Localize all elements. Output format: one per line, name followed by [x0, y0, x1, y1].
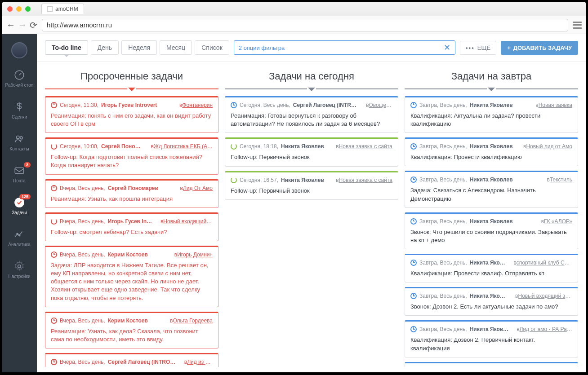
tab-list[interactable]: Список — [195, 40, 229, 55]
task-link[interactable]: в Лид От Амо — [180, 185, 213, 191]
more-button[interactable]: ••• ЕЩЁ — [460, 41, 496, 55]
task-link[interactable]: в Овощебаза — [366, 102, 392, 108]
sidebar-item-mail[interactable]: Почта 3 — [2, 162, 37, 186]
browser-toolbar: ← → ⟳ http://www.amocrm.ru — [2, 16, 586, 34]
task-assignee: Никита Яковлев — [281, 143, 324, 150]
task-time: Завтра, Весь день, — [419, 326, 467, 332]
task-card[interactable]: Завтра, Весь день,Никита Яковлевв Лид от… — [405, 362, 578, 367]
tab-month[interactable]: Месяц — [160, 40, 192, 55]
spinner-icon — [231, 177, 237, 183]
chart-icon — [13, 229, 25, 240]
task-card[interactable]: Вчера, Весь день,Сергей Лаговец (INTROVE… — [45, 353, 218, 367]
sidebar-item-deals[interactable]: Сделки — [2, 98, 37, 122]
task-link[interactable]: в Новый лид от Амо — [523, 143, 572, 150]
task-card[interactable]: Завтра, Весь день,Никита Яковлевв Новая … — [405, 96, 578, 133]
clear-filter-icon[interactable]: ✕ — [444, 43, 450, 53]
task-card[interactable]: Сегодня, 16:57,Никита Яковлевв Новая зая… — [225, 171, 398, 200]
task-link[interactable]: в Новая заявка — [535, 102, 572, 108]
column-overdue: Просроченные задачи Сегодня, 11:30,Игорь… — [45, 67, 218, 367]
sidebar: Рабочий стол Сделки Контакты Почта 3 Зад… — [2, 34, 37, 372]
card-list: Завтра, Весь день,Никита Яковлевв Новая … — [405, 96, 578, 367]
menu-icon[interactable] — [573, 22, 582, 29]
task-time: Сегодня, 11:30, — [60, 102, 98, 108]
sidebar-item-tasks[interactable]: Задачи 125 — [2, 194, 37, 218]
add-task-button[interactable]: + ДОБАВИТЬ ЗАДАЧУ — [501, 41, 578, 55]
sidebar-label: Почта — [13, 178, 26, 183]
task-card[interactable]: Завтра, Весь день,Никита Яковлевв Новый … — [405, 287, 578, 316]
tab-week[interactable]: Неделя — [121, 40, 157, 55]
task-card[interactable]: Завтра, Весь день,Никита Яковлевв ГК «АЛ… — [405, 212, 578, 249]
clock-icon — [410, 102, 417, 108]
task-link[interactable]: в Новый входящий звонок — [160, 218, 213, 225]
task-card[interactable]: Завтра, Весь день,Никита Яковлевв спорти… — [405, 254, 578, 282]
task-link[interactable]: в Игорь Домнин — [174, 251, 213, 258]
maximize-window[interactable] — [25, 6, 31, 12]
task-link[interactable]: в Новый входящий звонок — [515, 293, 572, 299]
mail-badge: 3 — [24, 162, 31, 168]
clock-icon — [51, 359, 57, 365]
task-time: Завтра, Весь день, — [419, 102, 467, 108]
task-link[interactable]: в Жд Логистика ЕКБ (Андрей) — [151, 143, 213, 150]
svg-point-4 — [15, 198, 24, 207]
svg-point-5 — [17, 233, 18, 234]
task-card[interactable]: Завтра, Весь день,Никита Яковлевв Лид от… — [405, 320, 578, 357]
filter-input-wrap[interactable]: ✕ — [234, 40, 455, 55]
task-link[interactable]: в Ольга Гордеева — [170, 318, 213, 324]
back-icon[interactable]: ← — [6, 20, 15, 31]
sidebar-item-contacts[interactable]: Контакты — [2, 130, 37, 154]
task-time: Завтра, Весь день, — [419, 176, 467, 183]
task-card[interactable]: Вчера, Весь день,Керим Костоевв Ольга Го… — [45, 312, 218, 349]
task-link[interactable]: в Фонтанерия — [179, 102, 213, 108]
tab-todo-line[interactable]: To-do line — [45, 40, 88, 55]
svg-point-7 — [18, 265, 21, 268]
task-link[interactable]: в спортивный клуб CLUB 18 — [513, 260, 572, 266]
task-link[interactable]: в Лид от амо - РА Радуш — [517, 326, 572, 332]
sidebar-item-dashboard[interactable]: Рабочий стол — [2, 66, 37, 90]
task-body: Follow-up: Первичный звонок — [231, 153, 392, 161]
clock-icon — [51, 251, 57, 258]
view-tabs: To-do line День Неделя Месяц Список — [45, 40, 229, 55]
url-bar[interactable]: http://www.amocrm.ru — [42, 19, 568, 31]
task-card[interactable]: Сегодня, Весь день,Сергей Лаговец (INTRO… — [225, 96, 398, 133]
dollar-icon — [13, 101, 25, 113]
task-card[interactable]: Сегодня, 10:00,Сергей Пономаревв Жд Логи… — [45, 137, 218, 174]
reload-icon[interactable]: ⟳ — [30, 20, 37, 31]
task-link[interactable]: в Новая заявка с сайта — [336, 143, 392, 150]
close-window[interactable] — [7, 6, 13, 12]
task-link[interactable]: в Текстиль — [547, 176, 572, 183]
column-title: Просроченные задачи — [45, 67, 218, 88]
task-card[interactable]: Сегодня, 11:30,Игорь Гусев Introvertв Фо… — [45, 96, 218, 133]
browser-tab[interactable]: amoCRM — [41, 4, 84, 14]
task-body: Квалификация: Актуальна ли задача? прове… — [410, 112, 572, 128]
clock-icon — [410, 218, 417, 225]
svg-point-2 — [20, 137, 22, 139]
filter-input[interactable] — [239, 44, 444, 51]
task-card[interactable]: Завтра, Весь день,Никита Яковлевв Новый … — [405, 137, 578, 166]
task-card[interactable]: Вчера, Весь день,Сергей Пономаревв Лид О… — [45, 179, 218, 208]
main-content: To-do line День Неделя Месяц Список ✕ ••… — [37, 34, 586, 372]
task-card[interactable]: Вчера, Весь день,Игорь Гусев Introvertв … — [45, 212, 218, 241]
column-tomorrow: Задачи на завтра Завтра, Весь день,Никит… — [405, 67, 578, 367]
task-assignee: Никита Яковлев — [470, 260, 507, 266]
task-columns: Просроченные задачи Сегодня, 11:30,Игорь… — [37, 62, 586, 372]
task-card[interactable]: Вчера, Весь день,Керим Костоевв Игорь До… — [45, 246, 218, 307]
tab-day[interactable]: День — [91, 40, 119, 55]
forward-icon[interactable]: → — [18, 20, 27, 31]
sidebar-label: Рабочий стол — [5, 83, 34, 88]
task-time: Вчера, Весь день, — [60, 318, 105, 324]
minimize-window[interactable] — [16, 6, 22, 12]
sidebar-item-analytics[interactable]: Аналитика — [2, 226, 37, 250]
clock-icon — [410, 326, 417, 332]
avatar[interactable] — [11, 42, 27, 58]
column-divider — [225, 88, 398, 90]
clock-icon — [410, 176, 417, 183]
task-link[interactable]: в Лид из чата — [184, 359, 213, 365]
task-link[interactable]: в ГК «АЛОР» — [541, 218, 572, 225]
sidebar-item-settings[interactable]: Настройки — [2, 258, 37, 282]
task-body: Реанимация: понять с ним его задачи, как… — [51, 112, 213, 128]
task-assignee: Игорь Гусев Introvert — [108, 218, 153, 225]
task-time: Вчера, Весь день, — [60, 251, 105, 258]
task-card[interactable]: Сегодня, 18:18,Никита Яковлевв Новая зая… — [225, 137, 398, 166]
task-card[interactable]: Завтра, Весь день,Никита Яковлевв Тексти… — [405, 171, 578, 207]
task-link[interactable]: в Новая заявка с сайта — [336, 177, 392, 183]
